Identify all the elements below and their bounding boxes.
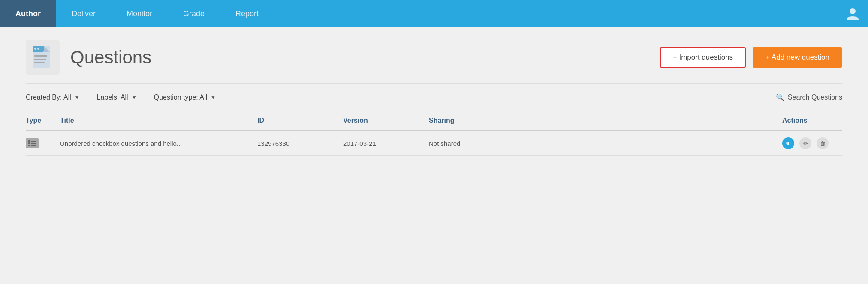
nav-item-deliver[interactable]: Deliver — [56, 0, 111, 27]
svg-rect-9 — [28, 140, 30, 142]
nav-item-report[interactable]: Report — [220, 0, 274, 27]
row-version-cell: 2017-03-21 — [343, 140, 429, 147]
header-actions: + Import questions + Add new question — [660, 47, 842, 68]
action-icons-group: 👁 ✏ 🗑 — [782, 137, 842, 149]
edit-action-icon[interactable]: ✏ — [799, 137, 811, 149]
svg-point-5 — [37, 48, 39, 50]
page-header: Questions + Import questions + Add new q… — [0, 27, 868, 83]
svg-rect-12 — [31, 143, 36, 144]
questions-table: Type Title ID Version Sharing Actions Un… — [0, 111, 868, 156]
col-type: Type — [26, 117, 60, 124]
svg-rect-11 — [28, 142, 30, 144]
nav-item-monitor[interactable]: Monitor — [111, 0, 168, 27]
svg-point-0 — [850, 8, 856, 14]
col-id: ID — [257, 117, 343, 124]
svg-rect-6 — [34, 55, 47, 57]
question-type-chevron-icon: ▼ — [211, 94, 216, 100]
nav-label-report: Report — [235, 9, 259, 18]
nav-item-grade[interactable]: Grade — [168, 0, 220, 27]
nav-user — [837, 0, 868, 27]
col-sharing: Sharing — [429, 117, 782, 124]
row-sharing-cell: Not shared — [429, 140, 782, 147]
col-title: Title — [60, 117, 257, 124]
svg-rect-10 — [31, 141, 36, 142]
svg-point-4 — [34, 48, 36, 50]
svg-rect-13 — [28, 145, 30, 146]
svg-rect-7 — [34, 59, 46, 60]
preview-action-icon[interactable]: 👁 — [782, 137, 794, 149]
row-id-cell: 132976330 — [257, 140, 343, 147]
user-avatar-icon — [846, 7, 859, 21]
row-title-cell: Unordered checkbox questions and hello..… — [60, 140, 257, 147]
col-actions: Actions — [782, 117, 842, 124]
table-header: Type Title ID Version Sharing Actions — [26, 111, 842, 131]
nav-label-author: Author — [15, 9, 41, 18]
nav-label-grade: Grade — [183, 9, 205, 18]
col-version: Version — [343, 117, 429, 124]
table-row: Unordered checkbox questions and hello..… — [26, 131, 842, 156]
page-title: Questions — [70, 47, 151, 68]
nav-item-author[interactable]: Author — [0, 0, 56, 27]
delete-action-icon[interactable]: 🗑 — [817, 137, 829, 149]
labels-filter[interactable]: Labels: All ▼ — [97, 94, 154, 101]
svg-rect-8 — [34, 62, 45, 63]
search-questions-label: Search Questions — [788, 94, 842, 101]
list-type-icon — [28, 140, 36, 146]
question-type-label: Question type: All — [154, 94, 208, 101]
row-type-icon — [26, 138, 39, 148]
document-icon — [31, 44, 55, 71]
row-type-cell — [26, 138, 60, 148]
search-questions-button[interactable]: 🔍 Search Questions — [776, 93, 842, 101]
created-by-filter[interactable]: Created By: All ▼ — [26, 94, 97, 101]
labels-chevron-icon: ▼ — [132, 94, 137, 100]
main-nav: Author Deliver Monitor Grade Report — [0, 0, 868, 27]
svg-rect-14 — [31, 145, 36, 146]
nav-label-deliver: Deliver — [72, 9, 96, 18]
question-type-filter[interactable]: Question type: All ▼ — [154, 94, 233, 101]
created-by-chevron-icon: ▼ — [75, 94, 80, 100]
filter-bar: Created By: All ▼ Labels: All ▼ Question… — [0, 84, 868, 111]
created-by-label: Created By: All — [26, 94, 71, 101]
nav-spacer — [274, 0, 837, 27]
row-actions-cell: 👁 ✏ 🗑 — [782, 137, 842, 149]
add-new-question-button[interactable]: + Add new question — [753, 47, 842, 68]
search-icon: 🔍 — [776, 93, 784, 101]
nav-label-monitor: Monitor — [127, 9, 152, 18]
import-questions-button[interactable]: + Import questions — [660, 47, 746, 68]
labels-label: Labels: All — [97, 94, 128, 101]
page-icon — [26, 40, 60, 75]
